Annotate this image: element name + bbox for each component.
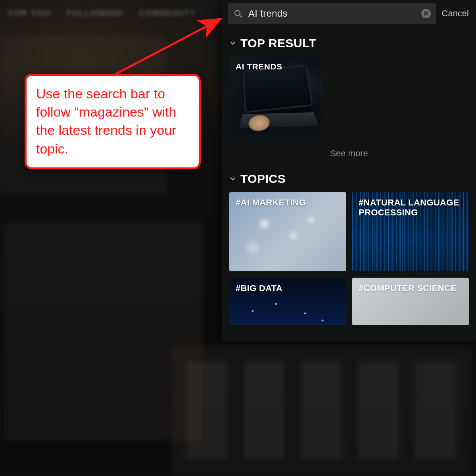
- search-box[interactable]: [228, 3, 436, 24]
- chevron-down-icon: [229, 40, 236, 47]
- cancel-button[interactable]: Cancel: [442, 8, 469, 19]
- top-result-card[interactable]: AI TRENDS: [229, 56, 322, 140]
- section-header[interactable]: TOP RESULT: [229, 36, 469, 50]
- topic-label: #BIG DATA: [229, 278, 346, 299]
- svg-line-2: [240, 15, 242, 17]
- result-card-title: AI TRENDS: [229, 56, 322, 77]
- bg-tab: FOLLOWING: [66, 8, 123, 32]
- section-title: TOPICS: [240, 172, 286, 186]
- chevron-down-icon: [229, 175, 236, 182]
- topics-section: TOPICS: [222, 163, 476, 186]
- topic-label: #AI MARKETING: [229, 192, 346, 213]
- topics-grid: #AI MARKETING #NATURAL LANGUAGE PROCESSI…: [222, 192, 476, 325]
- top-result-section: TOP RESULT AI TRENDS See more: [222, 27, 476, 163]
- topic-label: #NATURAL LANGUAGE PROCESSING: [352, 192, 469, 223]
- search-row: Cancel: [222, 0, 476, 27]
- search-panel: Cancel TOP RESULT AI TRENDS See more TOP…: [222, 0, 476, 341]
- search-icon: [233, 9, 243, 18]
- topic-card-computer-science[interactable]: #COMPUTER SCIENCE: [352, 278, 469, 325]
- see-more-button[interactable]: See more: [229, 148, 469, 159]
- bg-tab: FOR YOU: [8, 8, 50, 32]
- search-input[interactable]: [243, 8, 421, 19]
- topic-card-ai-marketing[interactable]: #AI MARKETING: [229, 192, 346, 271]
- annotation-text: Use the search bar to follow “magazines”…: [36, 84, 189, 158]
- bg-tab: COMMUNITY: [139, 8, 196, 32]
- topic-card-nlp[interactable]: #NATURAL LANGUAGE PROCESSING: [352, 192, 469, 271]
- annotation-callout: Use the search bar to follow “magazines”…: [25, 74, 201, 169]
- topic-label: #COMPUTER SCIENCE: [352, 278, 469, 299]
- section-title: TOP RESULT: [240, 36, 317, 50]
- topic-card-big-data[interactable]: #BIG DATA: [229, 278, 346, 325]
- clear-search-button[interactable]: [421, 9, 431, 18]
- close-icon: [424, 11, 428, 16]
- section-header[interactable]: TOPICS: [229, 172, 469, 186]
